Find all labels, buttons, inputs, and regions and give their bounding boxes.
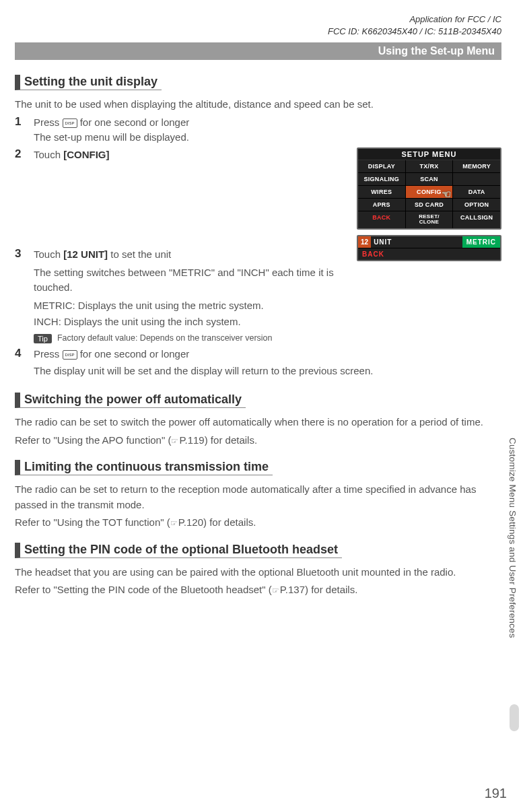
apo-p1: The radio can be set to switch the power… (15, 415, 501, 430)
unit-display-intro: The unit to be used when displaying the … (15, 97, 501, 112)
step-number-2: 2 (15, 147, 27, 163)
step-4-body: Press DISP for one second or longer The … (34, 347, 501, 378)
side-chapter-label: Customize Menu Settings and User Prefere… (508, 438, 518, 638)
menu-txrx[interactable]: TX/RX (406, 160, 453, 172)
menu-display[interactable]: DISPLAY (358, 160, 405, 172)
step1-sub: The set-up menu will be displayed. (34, 130, 501, 145)
tip-text: Factory default value: Depends on the tr… (57, 333, 273, 345)
disp-button-icon: DISP (63, 119, 77, 128)
header-line1: Application for FCC / IC (15, 13, 501, 26)
unit-back[interactable]: BACK (358, 248, 500, 260)
menu-wires[interactable]: WIRES (358, 186, 405, 198)
tip-badge: Tip (34, 334, 52, 343)
step1-text-a: Press (34, 116, 63, 128)
menu-option[interactable]: OPTION (453, 199, 500, 211)
menu-data[interactable]: DATA (453, 186, 500, 198)
step3-text: Touch (34, 248, 63, 260)
step-number-1: 1 (15, 115, 27, 145)
menu-memory[interactable]: MEMORY (453, 160, 500, 172)
step2-text: Touch (34, 149, 63, 160)
step3-rest: to set the unit (108, 248, 171, 260)
menu-back[interactable]: BACK (358, 211, 405, 229)
section-title-unit-display: Setting the unit display (15, 75, 162, 90)
header-line2: FCC ID: K6620345X40 / IC: 511B-20345X40 (15, 26, 501, 38)
menu-reset-clone[interactable]: RESET/ CLONE (406, 211, 453, 229)
pointer-icon: ☞ (272, 584, 279, 597)
breadcrumb: Using the Set-up Menu (15, 42, 501, 60)
section-title-apo: Switching the power off automatically (15, 393, 246, 408)
pin-p1: The headset that you are using can be pa… (15, 565, 501, 580)
step-number-3: 3 (15, 247, 27, 330)
menu-callsign[interactable]: CALLSIGN (453, 211, 500, 229)
menu-signaling[interactable]: SIGNALING (358, 173, 405, 185)
apo-p2: Refer to "Using the APO function" (☞P.11… (15, 433, 501, 448)
step4-text-a: Press (34, 348, 63, 360)
pointer-icon: ☞ (170, 517, 178, 529)
step4-sub: The display unit will be set and the dis… (34, 364, 501, 379)
unit-row-number: 12 (358, 236, 371, 248)
pointer-icon: ☞ (171, 435, 178, 447)
setup-menu-screenshot: SETUP MENU DISPLAY TX/RX MEMORY SIGNALIN… (357, 147, 501, 230)
page-number: 191 (485, 786, 507, 801)
menu-sdcard[interactable]: SD CARD (406, 199, 453, 211)
menu-config[interactable]: CONFIG☜ (406, 186, 453, 198)
step-number-4: 4 (15, 347, 27, 378)
step3-sub3: INCH: Displays the unit using the inch s… (34, 314, 350, 330)
unit-setting-screenshot: 12 UNIT METRIC BACK (357, 235, 501, 261)
header-app: Application for FCC / IC FCC ID: K662034… (15, 13, 501, 37)
menu-scan[interactable]: SCAN (406, 173, 453, 185)
tot-p2: Refer to "Using the TOT function" (☞P.12… (15, 515, 501, 531)
pin-p2: Refer to "Setting the PIN code of the Bl… (15, 582, 501, 598)
section-title-pin: Setting the PIN code of the optional Blu… (15, 543, 342, 558)
menu-aprs[interactable]: APRS (358, 199, 405, 211)
side-tab-marker (510, 704, 519, 731)
step-3-body: Touch [12 UNIT] to set the unit The sett… (34, 247, 350, 330)
unit-row-value: METRIC (462, 236, 500, 248)
menu-blank (453, 173, 500, 185)
step3-sub2: METRIC: Displays the unit using the metr… (34, 298, 350, 314)
step2-bold: [CONFIG] (63, 149, 109, 160)
unit-row-label[interactable]: UNIT (371, 236, 462, 248)
step1-text-b: for one second or longer (77, 116, 190, 128)
step-1-body: Press DISP for one second or longer The … (34, 115, 501, 145)
step3-bold: [12 UNIT] (63, 248, 108, 260)
section-title-tot: Limiting the continuous transmission tim… (15, 460, 273, 475)
step4-text-b: for one second or longer (77, 348, 190, 360)
step3-sub1: The setting switches between "METRIC" an… (34, 265, 350, 296)
tot-p1: The radio can be set to return to the re… (15, 482, 501, 512)
setup-menu-title: SETUP MENU (358, 149, 500, 160)
disp-button-icon: DISP (63, 350, 77, 360)
step-2-body: Touch [CONFIG] (34, 147, 350, 163)
